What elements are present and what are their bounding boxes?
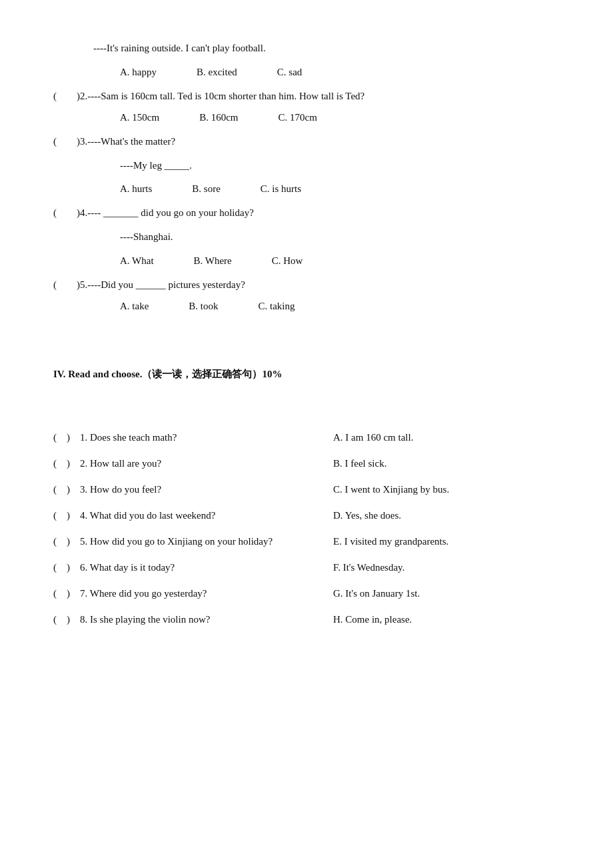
q5-option-b: B. took <box>189 301 218 312</box>
q4-options-row: A. What B. Where C. How <box>120 255 560 267</box>
match-a-4: D. Yes, she does. <box>333 510 560 521</box>
q2-text: 2.----Sam is 160cm tall. Ted is 10cm sho… <box>80 91 364 102</box>
q1-option-a: A. happy <box>120 67 157 78</box>
match-paren-3: ( ) <box>53 483 80 496</box>
q5-paren: ( ) <box>53 279 80 291</box>
match-row-2: ( )2. How tall are you?B. I feel sick. <box>53 457 560 470</box>
q5-options-row: A. take B. took C. taking <box>120 301 560 312</box>
match-section: ( )1. Does she teach math?A. I am 160 cm… <box>53 431 560 626</box>
match-row-7: ( )7. Where did you go yesterday?G. It's… <box>53 587 560 600</box>
q4-paren: ( ) <box>53 207 80 219</box>
match-q-4: 4. What did you do last weekend? <box>80 510 215 521</box>
q2-options-row: A. 150cm B. 160cm C. 170cm <box>120 112 560 123</box>
match-row-1: ( )1. Does she teach math?A. I am 160 cm… <box>53 431 560 444</box>
match-paren-5: ( ) <box>53 535 80 548</box>
q2-option-a: A. 150cm <box>120 112 159 123</box>
match-row-8: ( )8. Is she playing the violin now?H. C… <box>53 613 560 626</box>
intro-line: ----It's raining outside. I can't play f… <box>93 40 560 57</box>
match-q-1: 1. Does she teach math? <box>80 432 177 443</box>
match-q-6: 6. What day is it today? <box>80 562 175 573</box>
q5-row: ( ) 5.----Did you ______ pictures yester… <box>53 279 560 291</box>
q2-option-b: B. 160cm <box>199 112 238 123</box>
match-q-7: 7. Where did you go yesterday? <box>80 588 207 599</box>
q3-option-a: A. hurts <box>120 183 152 195</box>
q5-text: 5.----Did you ______ pictures yesterday? <box>80 279 245 291</box>
match-paren-4: ( ) <box>53 509 80 522</box>
match-paren-8: ( ) <box>53 613 80 626</box>
q4-option-a: A. What <box>120 255 154 267</box>
match-row-6: ( )6. What day is it today?F. It's Wedne… <box>53 561 560 574</box>
q3-options-row: A. hurts B. sore C. is hurts <box>120 183 560 195</box>
q2-row: ( ) 2.----Sam is 160cm tall. Ted is 10cm… <box>53 90 560 103</box>
q3-row: ( ) 3.----What's the matter? <box>53 135 560 148</box>
match-paren-7: ( ) <box>53 587 80 600</box>
match-a-8: H. Come in, please. <box>333 614 560 625</box>
match-q-3: 3. How do you feel? <box>80 484 161 495</box>
q2-option-c: C. 170cm <box>279 112 317 123</box>
match-row-5: ( )5. How did you go to Xinjiang on your… <box>53 535 560 548</box>
match-a-5: E. I visited my grandparents. <box>333 536 560 547</box>
q4-option-b: B. Where <box>194 255 232 267</box>
q2-paren: ( ) <box>53 90 80 103</box>
q4-text: 4.---- _______ did you go on your holida… <box>80 207 254 219</box>
match-a-6: F. It's Wednesday. <box>333 562 560 573</box>
match-q-8: 8. Is she playing the violin now? <box>80 614 210 625</box>
q1-option-b: B. excited <box>197 67 237 78</box>
q4-row: ( ) 4.---- _______ did you go on your ho… <box>53 207 560 219</box>
match-q-2: 2. How tall are you? <box>80 458 161 469</box>
match-row-3: ( )3. How do you feel?C. I went to Xinji… <box>53 483 560 496</box>
q3-option-b: B. sore <box>192 183 221 195</box>
q4-sub: ----Shanghai. <box>120 229 560 246</box>
match-a-2: B. I feel sick. <box>333 458 560 469</box>
match-row-4: ( )4. What did you do last weekend?D. Ye… <box>53 509 560 522</box>
q1-option-c: C. sad <box>277 67 303 78</box>
match-a-3: C. I went to Xinjiang by bus. <box>333 484 560 495</box>
match-paren-1: ( ) <box>53 431 80 444</box>
q3-sub: ----My leg _____. <box>120 157 560 175</box>
q1-options-row: A. happy B. excited C. sad <box>120 67 560 78</box>
q5-option-c: C. taking <box>259 301 295 312</box>
q3-paren: ( ) <box>53 135 80 148</box>
q3-option-c: C. is hurts <box>261 183 301 195</box>
q3-text: 3.----What's the matter? <box>80 136 175 147</box>
match-q-5: 5. How did you go to Xinjiang on your ho… <box>80 536 273 547</box>
match-a-1: A. I am 160 cm tall. <box>333 432 560 443</box>
match-paren-2: ( ) <box>53 457 80 470</box>
match-paren-6: ( ) <box>53 561 80 574</box>
q4-option-c: C. How <box>272 255 303 267</box>
section4-header: IV. Read and choose.（读一读，选择正确答句）10% <box>53 368 560 381</box>
q5-option-a: A. take <box>120 301 149 312</box>
match-a-7: G. It's on January 1st. <box>333 588 560 599</box>
